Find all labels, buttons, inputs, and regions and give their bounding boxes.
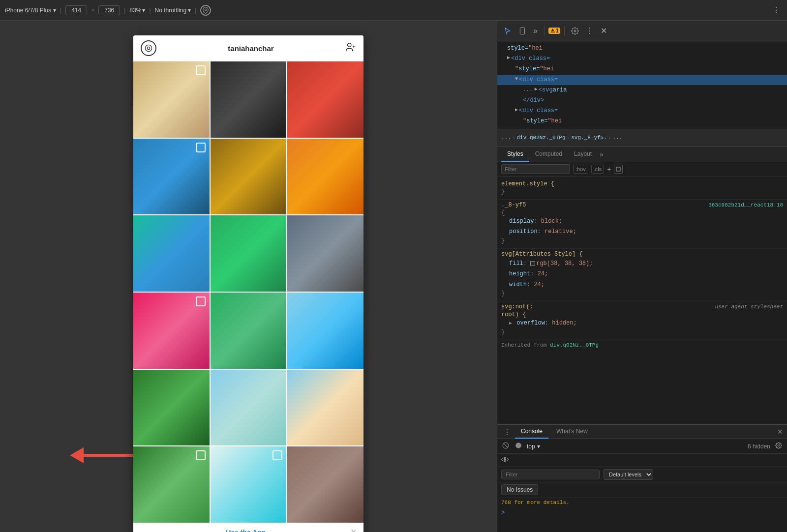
- close-devtools-button[interactable]: ✕: [598, 24, 609, 37]
- breadcrumb-div[interactable]: div.q02Nz._0TPg: [516, 135, 565, 141]
- use-app-text[interactable]: Use the App: [141, 529, 351, 532]
- devtools-topbar: iPhone 6/7/8 Plus ▾ | × | 83% ▾ | No thr…: [0, 0, 787, 21]
- inherited-link[interactable]: div.q02Nz._0TPg: [550, 342, 599, 348]
- css-source-8yf5[interactable]: 363c982b21d…_react18:18: [708, 202, 783, 208]
- breadcrumb-svg[interactable]: svg._8-yf5.: [571, 135, 607, 141]
- console-message-text: 768 for more details.: [501, 500, 570, 505]
- zoom-selector[interactable]: 83% ▾: [129, 7, 145, 14]
- photo-cell-15[interactable]: [133, 446, 210, 523]
- use-app-close-button[interactable]: ×: [351, 527, 356, 532]
- css-prop-fill: fill: rgb(38, 38, 38);: [501, 259, 783, 269]
- css-rules: element.style { } ._8-yf5 363c982b21d…_r…: [497, 177, 787, 424]
- throttle-label: No throttling: [155, 7, 187, 14]
- css-close-brace-3: }: [501, 290, 783, 297]
- html-line-4[interactable]: ▼ <div class=: [497, 75, 787, 85]
- device-dropdown-icon[interactable]: ▾: [53, 7, 56, 14]
- more-panels-button[interactable]: »: [531, 25, 540, 37]
- css-selector-svg-not-2: root) {: [501, 311, 783, 318]
- tab-computed[interactable]: Computed: [529, 147, 568, 162]
- console-context-selector[interactable]: top ▾: [527, 443, 540, 450]
- console-level-select[interactable]: Default levels: [604, 469, 653, 480]
- photo-cell-2[interactable]: [287, 61, 363, 138]
- css-prop-display: display: block;: [501, 216, 783, 227]
- breadcrumb-bar: ... › div.q02Nz._0TPg › svg._8-yf5. › ..…: [497, 129, 787, 147]
- tab-styles[interactable]: Styles: [501, 147, 529, 162]
- breadcrumb-more[interactable]: ...: [612, 135, 622, 141]
- more-dots-icon: ⋮: [772, 5, 780, 15]
- location-icon[interactable]: [200, 5, 211, 16]
- breadcrumb-dots[interactable]: ...: [501, 135, 511, 141]
- html-line-2[interactable]: ▶ <div class=: [497, 54, 787, 64]
- photo-cell-11[interactable]: [287, 293, 363, 369]
- console-message: 768 for more details.: [497, 497, 787, 507]
- filter-plus-button[interactable]: +: [607, 165, 611, 173]
- cursor-tool-button[interactable]: [501, 25, 514, 37]
- clear-console-button[interactable]: [501, 441, 510, 451]
- throttle-button[interactable]: No throttling ▾: [155, 7, 191, 14]
- photo-cell-3[interactable]: [133, 139, 210, 215]
- css-close-brace-4: }: [501, 329, 783, 336]
- svg-rect-11: [520, 28, 524, 34]
- height-input[interactable]: [98, 5, 120, 15]
- css-selector-svg-not: svg:not(: user agent stylesheet: [501, 303, 783, 310]
- warnings-badge[interactable]: ⚠ 1: [548, 28, 561, 34]
- zoom-dropdown-icon[interactable]: ▾: [142, 7, 145, 14]
- more-button[interactable]: ⋮: [583, 24, 596, 37]
- svg-point-3: [348, 43, 351, 46]
- devtools-panel: » ⚠ 1 ⋮ ✕ style="hei: [497, 21, 787, 532]
- settings-button[interactable]: [569, 25, 581, 37]
- ig-add-user-icon[interactable]: [345, 42, 356, 55]
- tabs-more-icon[interactable]: »: [600, 150, 604, 158]
- photo-cell-5[interactable]: [287, 139, 363, 215]
- photo-cell-8[interactable]: [287, 215, 363, 292]
- separator-3: |: [149, 7, 151, 14]
- photo-cell-0[interactable]: [133, 61, 210, 138]
- photo-cell-12[interactable]: [133, 370, 210, 446]
- svg-point-0: [205, 9, 207, 11]
- console-prompt-symbol: >: [501, 509, 505, 516]
- photo-cell-14[interactable]: [287, 370, 363, 446]
- photo-cell-16[interactable]: [211, 446, 287, 523]
- warning-icon: ⚠: [550, 28, 555, 33]
- console-tab-console[interactable]: Console: [515, 425, 548, 439]
- breadcrumb-sep-2: ›: [568, 135, 570, 141]
- photo-cell-10[interactable]: [211, 293, 287, 369]
- color-swatch[interactable]: [530, 261, 535, 266]
- console-tab-dots[interactable]: ⋮: [501, 425, 513, 439]
- width-input[interactable]: [65, 5, 87, 15]
- photo-cell-13[interactable]: [211, 370, 287, 446]
- css-rule-8yf5: ._8-yf5 363c982b21d…_react18:18 { displa…: [497, 200, 787, 249]
- photo-cell-6[interactable]: [133, 215, 210, 292]
- photo-cell-1[interactable]: [211, 61, 287, 138]
- photo-cell-4[interactable]: [211, 139, 287, 215]
- filter-pseudo-button[interactable]: :hov: [573, 165, 588, 174]
- more-options-button[interactable]: ⋮: [770, 3, 782, 17]
- photo-cell-17[interactable]: [287, 446, 363, 523]
- console-eye-icon[interactable]: 👁: [501, 456, 509, 465]
- css-close-brace-1: }: [501, 188, 783, 195]
- filter-bar: :hov .cls +: [497, 162, 787, 177]
- filter-rect-button[interactable]: [614, 165, 623, 174]
- stop-recording-button[interactable]: [514, 441, 523, 451]
- filter-input[interactable]: [501, 164, 570, 174]
- svg-rect-14: [616, 167, 620, 171]
- console-filter-input[interactable]: [501, 470, 600, 479]
- photo-cell-9[interactable]: [133, 293, 210, 369]
- device-selector[interactable]: iPhone 6/7/8 Plus ▾: [5, 7, 56, 14]
- html-line-5[interactable]: ... ▶ <svg aria: [497, 85, 787, 95]
- breadcrumb-sep-3: ›: [609, 135, 611, 141]
- inherited-label: Inherited from div.q02Nz._0TPg: [497, 340, 787, 350]
- filter-cls-button[interactable]: .cls: [591, 165, 605, 174]
- svg-point-2: [147, 47, 150, 49]
- html-line-7[interactable]: ▶ <div class=: [497, 106, 787, 116]
- console-settings-button[interactable]: [774, 441, 783, 451]
- console-prompt[interactable]: >: [497, 507, 787, 518]
- device-tool-button[interactable]: [516, 25, 529, 37]
- html-line-1: style="hei: [497, 43, 787, 54]
- tab-layout[interactable]: Layout: [568, 147, 598, 162]
- console-close-button[interactable]: ✕: [777, 428, 783, 436]
- console-tab-whatsnew[interactable]: What's New: [550, 425, 594, 439]
- photo-cell-7[interactable]: [211, 215, 287, 292]
- phone-frame: taniahanchar: [133, 35, 363, 532]
- css-rule-element-style: element.style { }: [497, 178, 787, 200]
